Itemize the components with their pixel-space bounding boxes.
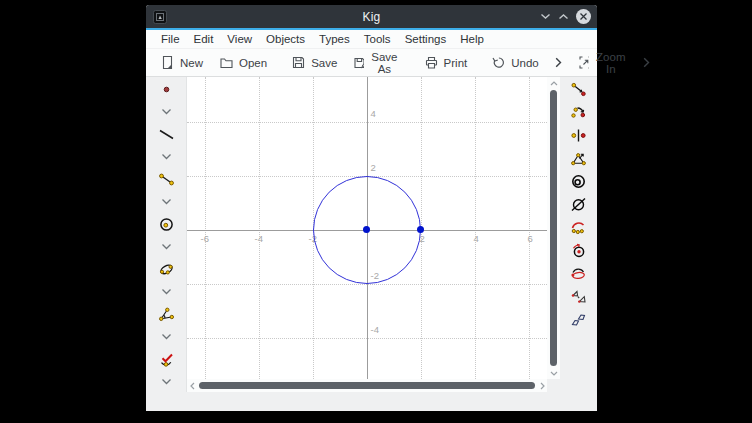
similitude-tool-button[interactable] <box>570 288 587 305</box>
angle-tool-button[interactable] <box>158 306 175 323</box>
reflect-axis-icon <box>570 127 587 144</box>
scroll-left-button[interactable] <box>187 379 197 392</box>
close-button[interactable] <box>576 9 591 24</box>
document-save-as-icon <box>353 55 364 70</box>
circular-inversion-tool-button[interactable] <box>570 196 587 213</box>
menu-edit[interactable]: Edit <box>187 30 221 48</box>
minimize-button[interactable] <box>540 13 551 20</box>
document-print-icon <box>424 55 439 70</box>
concentric-circles-tool-button[interactable] <box>570 173 587 190</box>
close-icon <box>576 9 591 24</box>
conic-arc-icon <box>570 265 587 282</box>
point-tool-expander[interactable] <box>161 108 172 116</box>
horizontal-scrollbar-thumb[interactable] <box>199 382 535 389</box>
chevron-left-icon <box>190 382 195 390</box>
print-button[interactable]: Print <box>416 49 476 76</box>
menu-view[interactable]: View <box>220 30 259 48</box>
point-object[interactable] <box>363 226 370 233</box>
titlebar[interactable]: Kig <box>146 5 597 28</box>
save-button[interactable]: Save <box>283 49 345 76</box>
circle-tool-expander[interactable] <box>161 243 172 251</box>
x-tick-label: 6 <box>528 234 533 244</box>
segment-icon <box>158 171 175 188</box>
horizontal-scrollbar[interactable] <box>187 379 547 392</box>
projectivity-icon <box>570 311 587 328</box>
undo-button[interactable]: Undo <box>483 49 547 76</box>
line-tool-expander[interactable] <box>161 153 172 161</box>
conic-tool-button[interactable] <box>158 261 175 278</box>
scroll-up-button[interactable] <box>547 77 560 89</box>
y-tick-label: -4 <box>371 325 379 335</box>
chevron-down-icon <box>161 333 172 341</box>
conic-tool-expander[interactable] <box>161 288 172 296</box>
maximize-button[interactable] <box>558 13 569 20</box>
zoom-in-button[interactable]: Zoom In <box>570 49 635 76</box>
zoom-overflow-button[interactable] <box>635 49 658 76</box>
chevron-down-icon <box>161 153 172 161</box>
point-icon <box>158 81 175 98</box>
chevron-down-icon <box>161 198 172 206</box>
menu-file[interactable]: File <box>154 30 187 48</box>
chevron-down-icon <box>161 243 172 251</box>
menu-help[interactable]: Help <box>453 30 491 48</box>
scroll-right-button[interactable] <box>537 379 547 392</box>
x-tick-label: -4 <box>255 234 263 244</box>
x-tick-label: 4 <box>474 234 479 244</box>
scrollbar-corner <box>547 379 560 392</box>
concentric-circles-icon <box>570 173 587 190</box>
window-title: Kig <box>363 10 381 24</box>
edit-undo-icon <box>491 55 506 70</box>
menu-settings[interactable]: Settings <box>398 30 454 48</box>
similitude-icon <box>570 288 587 305</box>
new-button[interactable]: New <box>152 49 211 76</box>
save-as-button[interactable]: Save As <box>345 49 407 76</box>
menu-objects[interactable]: Objects <box>259 30 312 48</box>
axial-reflection-tool-button[interactable] <box>570 127 587 144</box>
scale-tool-button[interactable] <box>570 150 587 167</box>
y-tick-label: 4 <box>371 109 376 119</box>
segment-tool-expander[interactable] <box>161 198 172 206</box>
vertical-scrollbar-thumb[interactable] <box>550 90 557 366</box>
point-tool-button[interactable] <box>158 81 175 98</box>
segment-tool-button[interactable] <box>158 171 175 188</box>
point-object[interactable] <box>417 226 424 233</box>
x-tick-label: -6 <box>201 234 209 244</box>
chevron-down-icon <box>161 288 172 296</box>
document-save-icon <box>291 55 306 70</box>
test-tool-button[interactable] <box>158 351 175 368</box>
open-button[interactable]: Open <box>211 49 275 76</box>
menu-types[interactable]: Types <box>312 30 357 48</box>
conic-icon <box>158 261 175 278</box>
rotation-icon <box>570 242 587 259</box>
translate-icon <box>570 81 587 98</box>
rotate-icon <box>570 104 587 121</box>
left-toolbar <box>146 77 186 392</box>
conic-arc-tool-button[interactable] <box>570 265 587 282</box>
chevron-down-icon <box>161 108 172 116</box>
geometry-canvas[interactable]: -6-4-224642-2-4 <box>187 77 547 379</box>
document-new-icon <box>160 55 175 70</box>
menu-tools[interactable]: Tools <box>357 30 398 48</box>
test-tool-expander[interactable] <box>161 378 172 386</box>
app-icon <box>153 10 167 24</box>
right-toolbar <box>560 77 597 392</box>
undo-overflow-button[interactable] <box>547 49 570 76</box>
scroll-down-button[interactable] <box>547 367 560 379</box>
translate-tool-button[interactable] <box>570 81 587 98</box>
chevron-down-icon <box>161 378 172 386</box>
chevron-down-icon <box>540 13 551 20</box>
chevron-right-icon <box>555 57 562 68</box>
y-tick-label: 2 <box>371 163 376 173</box>
circle-tool-button[interactable] <box>158 216 175 233</box>
chevron-right-icon <box>540 382 545 390</box>
angle-tool-expander[interactable] <box>161 333 172 341</box>
line-tool-button[interactable] <box>158 126 175 143</box>
arc-tool-button[interactable] <box>570 219 587 236</box>
angle-icon <box>158 306 175 323</box>
rotate-tool-button[interactable] <box>570 104 587 121</box>
menubar: File Edit View Objects Types Tools Setti… <box>146 30 597 48</box>
window-bottom-margin <box>146 392 597 411</box>
vertical-scrollbar[interactable] <box>547 77 560 379</box>
projectivity-tool-button[interactable] <box>570 311 587 328</box>
rotation-angle-tool-button[interactable] <box>570 242 587 259</box>
